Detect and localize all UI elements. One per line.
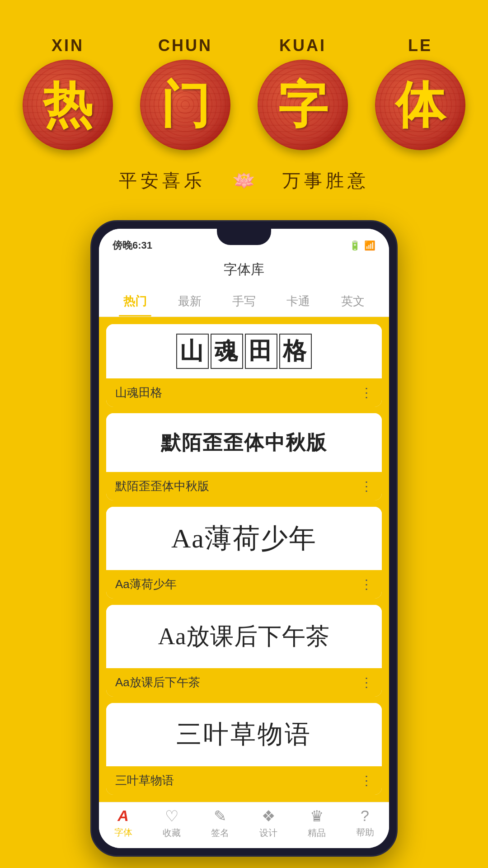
pen-icon: ✎ (214, 807, 226, 825)
lotus-icon: 🪷 (233, 170, 255, 191)
app-title-bar: 字体库 (99, 256, 389, 286)
phone-mockup: 傍晚6:31 🔋 📶 字体库 热门 最新 手写 (90, 220, 398, 857)
font-name-4: Aa放课后下午茶 (115, 675, 200, 690)
font-list: 山魂田格 山魂田格 ⋮ 默陌歪歪体中秋版 默陌歪歪体中秋版 ⋮ (99, 317, 389, 802)
font-card-2[interactable]: 默陌歪歪体中秋版 默陌歪歪体中秋版 ⋮ (106, 413, 382, 500)
font-card-4[interactable]: Aa放课后下午茶 Aa放课后下午茶 ⋮ (106, 605, 382, 697)
more-icon-2[interactable]: ⋮ (360, 479, 373, 494)
subtitle-row: 平安喜乐 🪷 万事胜意 (119, 168, 369, 193)
font-preview-2: 默陌歪歪体中秋版 (106, 413, 382, 472)
pinyin-label-kuai: KUAI (279, 36, 326, 55)
bottom-nav: A 字体 ♡ 收藏 ✎ 签名 ❖ 设计 ♛ 精品 (99, 802, 389, 848)
nav-item-fonts[interactable]: A 字体 (99, 807, 147, 839)
wifi-icon: 📶 (364, 240, 375, 251)
char-ti: 体 (395, 80, 445, 130)
font-name-5: 三叶草物语 (115, 773, 174, 788)
nav-item-help[interactable]: ? 帮助 (341, 807, 389, 839)
nav-label-help: 帮助 (356, 826, 374, 839)
app-title: 字体库 (224, 262, 264, 277)
nav-label-fonts: 字体 (114, 826, 132, 839)
font-card-5[interactable]: 三叶草物语 三叶草物语 ⋮ (106, 703, 382, 795)
circle-re: 热 (23, 60, 113, 150)
circle-ti: 体 (375, 60, 465, 150)
pinyin-item-kuai: KUAI 字 (258, 36, 348, 150)
font-preview-text-5: 三叶草物语 (176, 717, 312, 752)
tab-cartoon[interactable]: 卡通 (271, 286, 325, 316)
heart-icon: ♡ (165, 807, 178, 825)
crown-icon: ♛ (310, 807, 324, 825)
more-icon-1[interactable]: ⋮ (360, 385, 373, 400)
pinyin-label-xin: XIN (52, 36, 84, 55)
tabs-bar[interactable]: 热门 最新 手写 卡通 英文 (99, 286, 389, 317)
circle-men: 门 (140, 60, 230, 150)
char-zi: 字 (278, 80, 328, 130)
subtitle-left: 平安喜乐 (119, 168, 206, 193)
font-preview-3: Aa薄荷少年 (106, 507, 382, 570)
nav-item-signature[interactable]: ✎ 签名 (196, 807, 244, 839)
tab-english[interactable]: 英文 (326, 286, 380, 316)
pinyin-item-le: LE 体 (375, 36, 465, 150)
font-preview-text-3: Aa薄荷少年 (171, 520, 317, 557)
pinyin-row: XIN 热 CHUN 门 KUAI 字 LE 体 (0, 36, 488, 150)
nav-label-design: 设计 (259, 827, 277, 839)
font-card-3[interactable]: Aa薄荷少年 Aa薄荷少年 ⋮ (106, 507, 382, 599)
nav-label-premium: 精品 (308, 827, 326, 839)
pinyin-label-le: LE (408, 36, 432, 55)
nav-item-favorites[interactable]: ♡ 收藏 (147, 807, 196, 839)
status-icons: 🔋 📶 (349, 240, 375, 251)
font-card-1[interactable]: 山魂田格 山魂田格 ⋮ (106, 324, 382, 407)
phone-section: 傍晚6:31 🔋 📶 字体库 热门 最新 手写 (0, 211, 488, 868)
font-name-row-4: Aa放课后下午茶 ⋮ (106, 668, 382, 697)
font-name-3: Aa薄荷少年 (115, 576, 177, 592)
font-name-1: 山魂田格 (115, 385, 162, 401)
font-name-row-1: 山魂田格 ⋮ (106, 378, 382, 407)
pinyin-item-chun: CHUN 门 (140, 36, 230, 150)
char-re: 热 (43, 80, 93, 130)
phone-notch (217, 229, 271, 245)
nav-item-design[interactable]: ❖ 设计 (244, 807, 292, 839)
help-icon: ? (361, 807, 369, 825)
pinyin-label-chun: CHUN (158, 36, 212, 55)
more-icon-3[interactable]: ⋮ (360, 577, 373, 592)
nav-label-signature: 签名 (211, 827, 229, 839)
tab-hot[interactable]: 热门 (108, 286, 162, 316)
char-men: 门 (160, 80, 210, 130)
battery-icon: 🔋 (349, 240, 361, 251)
pinyin-item-xin: XIN 热 (23, 36, 113, 150)
font-preview-4: Aa放课后下午茶 (106, 605, 382, 668)
font-preview-text-2: 默陌歪歪体中秋版 (161, 429, 327, 456)
header-section: XIN 热 CHUN 门 KUAI 字 LE 体 (0, 0, 488, 211)
font-name-2: 默陌歪歪体中秋版 (115, 478, 209, 494)
nav-label-favorites: 收藏 (163, 827, 181, 839)
more-icon-5[interactable]: ⋮ (360, 773, 373, 788)
font-name-row-5: 三叶草物语 ⋮ (106, 766, 382, 795)
more-icon-4[interactable]: ⋮ (360, 675, 373, 690)
font-nav-icon: A (117, 807, 129, 825)
circle-zi: 字 (258, 60, 348, 150)
status-time: 傍晚6:31 (113, 239, 152, 252)
nav-item-premium[interactable]: ♛ 精品 (292, 807, 341, 839)
phone-screen: 傍晚6:31 🔋 📶 字体库 热门 最新 手写 (99, 229, 389, 848)
tab-new[interactable]: 最新 (162, 286, 216, 316)
font-preview-text-4: Aa放课后下午茶 (158, 621, 330, 652)
font-preview-text-1: 山魂田格 (175, 334, 313, 369)
design-icon: ❖ (262, 807, 275, 825)
subtitle-right: 万事胜意 (282, 168, 369, 193)
font-name-row-2: 默陌歪歪体中秋版 ⋮ (106, 472, 382, 500)
font-preview-1: 山魂田格 (106, 324, 382, 378)
font-name-row-3: Aa薄荷少年 ⋮ (106, 570, 382, 599)
tab-handwrite[interactable]: 手写 (217, 286, 271, 316)
font-preview-5: 三叶草物语 (106, 703, 382, 766)
